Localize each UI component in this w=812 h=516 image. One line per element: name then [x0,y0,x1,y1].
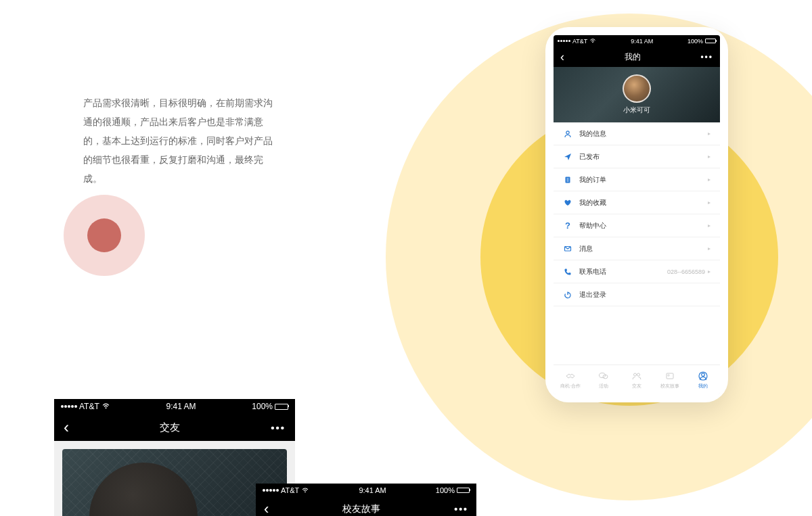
back-icon[interactable]: ‹ [560,50,564,64]
tab-stories[interactable]: 校友故事 [654,365,687,394]
nav-bar: ‹ 校友故事 ••• [256,497,476,516]
phone-icon [563,267,572,277]
avatar[interactable] [623,74,651,103]
handshake-icon [565,371,576,381]
status-bar: AT&T 9:41 AM 100% [256,484,476,497]
menu-published[interactable]: 已发布 ▸ [554,145,720,168]
menu-label: 退出登录 [579,290,710,300]
menu-value: 028--6656589 [667,268,705,275]
carrier-label: AT&T [79,402,99,411]
chevron-right-icon: ▸ [708,154,710,160]
nav-title: 交友 [160,421,180,434]
document-icon [563,175,572,185]
nav-title: 我的 [625,51,641,63]
nav-bar: ‹ 交友 ••• [54,414,295,441]
status-bar: AT&T 9:41 AM 100% [554,35,720,47]
more-icon[interactable]: ••• [271,422,286,433]
phone-profile: AT&T 9:41 AM 100% ‹ 我的 ••• 小米可可 我的信息 [545,27,728,402]
svg-point-9 [599,373,605,377]
tab-label: 商机·合作 [560,383,581,390]
svg-point-12 [637,373,640,376]
card-icon [664,371,675,381]
username: 小米可可 [623,105,650,115]
wifi-icon [589,38,596,45]
svg-point-11 [634,373,637,376]
more-icon[interactable]: ••• [700,52,713,62]
question-icon: ? [563,221,572,231]
carrier-label: AT&T [281,486,299,494]
tab-mine[interactable]: 我的 [687,365,720,394]
battery-icon [705,39,716,43]
time-label: 9:41 AM [166,402,196,411]
battery-label: 100% [436,486,455,494]
battery-label: 100% [687,38,703,45]
phone-stories: AT&T 9:41 AM 100% ‹ 校友故事 ••• [256,484,476,516]
menu-list: 我的信息 ▸ 已发布 ▸ 我的订单 ▸ 我的收藏 ▸ ? 帮助中心 ▸ [554,122,720,365]
menu-messages[interactable]: 消息 ▸ [554,237,720,260]
back-icon[interactable]: ‹ [264,500,269,516]
menu-help[interactable]: ? 帮助中心 ▸ [554,214,720,237]
chevron-right-icon: ▸ [708,200,710,206]
chevron-right-icon: ▸ [708,245,710,252]
profile-header: 小米可可 [554,67,720,122]
phone-screen: AT&T 9:41 AM 100% ‹ 我的 ••• 小米可可 我的信息 [554,35,720,394]
menu-label: 我的信息 [579,129,708,139]
person-icon [563,129,572,139]
svg-point-1 [566,131,569,133]
battery-icon [457,488,470,493]
heart-icon [563,198,572,208]
tab-business[interactable]: 商机·合作 [554,365,587,394]
wifi-icon [102,402,110,411]
svg-point-15 [702,373,705,376]
menu-label: 我的收藏 [579,198,708,208]
battery-icon [275,404,288,410]
chevron-right-icon: ▸ [708,131,710,137]
menu-label: 我的订单 [579,175,708,185]
tab-label: 活动 [599,383,608,390]
message-icon [563,244,572,254]
description-text: 产品需求很清晰，目标很明确，在前期需求沟通的很通顺，产品出来后客户也是非常满意的… [83,93,273,188]
chat-icon [598,371,609,381]
accent-dot-inner [87,218,121,252]
tab-label: 我的 [698,383,708,390]
svg-point-0 [593,41,594,43]
tab-label: 校友故事 [660,383,679,390]
nav-bar: ‹ 我的 ••• [554,47,720,67]
send-icon [563,152,572,162]
back-icon[interactable]: ‹ [64,418,69,437]
svg-point-18 [304,491,306,492]
chevron-right-icon: ▸ [708,177,710,183]
wifi-icon [301,486,309,494]
battery-label: 100% [252,402,273,411]
carrier-label: AT&T [572,38,587,45]
time-label: 9:41 AM [631,38,653,45]
nav-title: 校友故事 [342,503,380,515]
svg-point-14 [668,374,669,375]
svg-point-17 [105,407,106,408]
tab-activity[interactable]: 活动 [587,365,620,394]
people-icon [631,371,642,381]
menu-label: 已发布 [579,152,708,162]
chevron-right-icon: ▸ [708,268,710,275]
menu-my-info[interactable]: 我的信息 ▸ [554,122,720,145]
svg-rect-13 [667,373,673,379]
menu-label: 帮助中心 [579,221,708,231]
menu-phone[interactable]: 联系电话 028--6656589 ▸ [554,260,720,283]
more-icon[interactable]: ••• [454,504,468,515]
time-label: 9:41 AM [359,486,386,494]
menu-orders[interactable]: 我的订单 ▸ [554,168,720,191]
menu-logout[interactable]: 退出登录 [554,283,720,306]
tab-label: 交友 [632,383,641,390]
menu-label: 联系电话 [579,267,667,277]
tab-friends[interactable]: 交友 [620,365,653,394]
tab-bar: 商机·合作 活动 交友 校友故事 我的 [554,365,720,394]
menu-favorites[interactable]: 我的收藏 ▸ [554,191,720,214]
user-icon [698,371,708,381]
power-icon [563,290,572,300]
status-bar: AT&T 9:41 AM 100% [54,399,295,414]
image-card[interactable] [62,449,287,516]
menu-label: 消息 [579,244,708,254]
chevron-right-icon: ▸ [708,222,710,229]
